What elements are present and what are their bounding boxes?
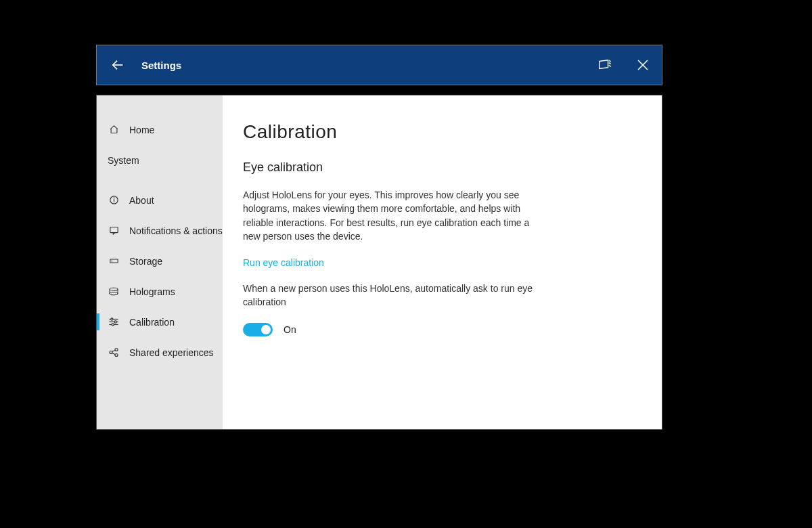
svg-point-12 (110, 292, 118, 295)
back-button[interactable] (101, 45, 135, 85)
sidebar-item-label: Holograms (129, 286, 175, 297)
svg-line-24 (112, 350, 116, 351)
svg-line-25 (112, 353, 116, 355)
sidebar-item-label: Notifications & actions (129, 225, 223, 236)
sidebar-item-label: Calibration (129, 317, 175, 328)
section-title: Eye calibration (243, 160, 641, 175)
svg-point-18 (114, 321, 116, 323)
page-title: Calibration (243, 121, 641, 143)
svg-point-22 (115, 349, 118, 351)
window-frame-icon (597, 58, 612, 72)
back-arrow-icon (110, 58, 125, 72)
info-icon (108, 195, 120, 205)
svg-point-11 (110, 288, 118, 290)
sidebar-item-shared-experiences[interactable]: Shared experiences (97, 337, 223, 368)
auto-calibration-prompt: When a new person uses this HoloLens, au… (243, 282, 541, 309)
sidebar-item-label: About (129, 195, 154, 206)
sidebar-item-notifications[interactable]: Notifications & actions (97, 215, 223, 246)
sidebar-item-holograms[interactable]: Holograms (97, 276, 223, 307)
svg-rect-8 (110, 227, 117, 233)
window-title: Settings (141, 60, 181, 71)
svg-point-23 (115, 354, 118, 357)
close-button[interactable] (624, 45, 662, 85)
shared-experiences-icon (108, 347, 120, 357)
sidebar-item-storage[interactable]: Storage (97, 246, 223, 276)
titlebar: Settings (96, 45, 662, 85)
holograms-icon (108, 286, 120, 296)
sidebar-category-system[interactable]: System (97, 145, 223, 175)
svg-point-7 (114, 198, 114, 198)
sidebar-category-label: System (108, 155, 139, 166)
sidebar-item-label: Home (129, 125, 154, 135)
sidebar: Home System About (97, 95, 223, 429)
storage-icon (108, 256, 120, 266)
sidebar-item-about[interactable]: About (97, 185, 223, 215)
sidebar-item-home[interactable]: Home (97, 114, 223, 145)
settings-window: Home System About (96, 95, 662, 430)
svg-point-16 (111, 318, 113, 320)
close-icon (637, 59, 649, 71)
svg-point-10 (112, 261, 112, 261)
auto-calibration-toggle[interactable] (243, 323, 273, 336)
main-panel: Calibration Eye calibration Adjust HoloL… (223, 95, 662, 429)
sidebar-item-label: Shared experiences (129, 347, 214, 358)
calibration-icon (108, 317, 120, 327)
section-description: Adjust HoloLens for your eyes. This impr… (243, 188, 541, 243)
run-eye-calibration-link[interactable]: Run eye calibration (243, 257, 324, 268)
toggle-state-label: On (284, 324, 296, 335)
notification-icon (108, 225, 120, 236)
home-icon (108, 125, 120, 135)
sidebar-item-label: Storage (129, 256, 162, 267)
svg-point-20 (112, 324, 114, 326)
auto-calibration-toggle-row: On (243, 323, 641, 336)
sidebar-item-calibration[interactable]: Calibration (97, 307, 223, 337)
svg-point-21 (110, 351, 112, 354)
follow-me-button[interactable] (586, 45, 624, 85)
